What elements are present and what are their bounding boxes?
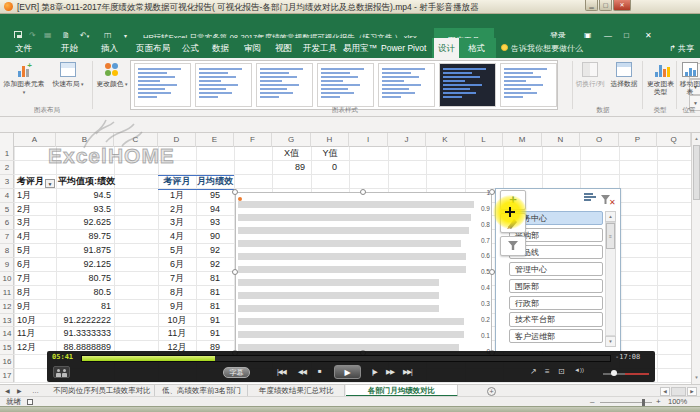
player-close-button[interactable]: ✕ bbox=[613, 0, 631, 11]
ref-cell-value[interactable]: 95 bbox=[196, 189, 234, 203]
column-header-Q[interactable]: Q bbox=[657, 133, 691, 147]
chart-selection-handle[interactable] bbox=[232, 269, 238, 275]
pivot-cell-value[interactable]: 89.75 bbox=[56, 230, 114, 244]
ribbon-tab-易用宝™[interactable]: 易用宝™ bbox=[339, 38, 381, 58]
ref-cell-value[interactable]: 92 bbox=[196, 258, 234, 272]
ref-header-month[interactable]: 考评月 bbox=[158, 175, 196, 189]
cell-y-label[interactable]: Y值 bbox=[311, 147, 349, 161]
seek-bar[interactable] bbox=[81, 355, 611, 362]
column-header-I[interactable]: I bbox=[349, 133, 388, 147]
hscroll-right-icon[interactable]: ▶ bbox=[687, 387, 697, 396]
frame-step-button[interactable]: |▶ bbox=[372, 368, 377, 376]
pivot-cell-month[interactable]: 8月 bbox=[14, 286, 56, 300]
ribbon-tab-公式[interactable]: 公式 bbox=[178, 38, 203, 58]
column-header-K[interactable]: K bbox=[426, 133, 465, 147]
pivot-cell-month[interactable]: 10月 bbox=[14, 314, 56, 328]
row-header-5[interactable]: 5 bbox=[0, 203, 14, 217]
ref-cell-value[interactable]: 94 bbox=[196, 203, 234, 217]
pivot-cell-month[interactable]: 4月 bbox=[14, 230, 56, 244]
slicer-scroll-up-icon[interactable]: ▲ bbox=[605, 211, 616, 222]
hscroll-left-icon[interactable]: ◀ bbox=[660, 387, 670, 396]
pivot-cell-month[interactable]: 6月 bbox=[14, 258, 56, 272]
ref-cell-month[interactable]: 4月 bbox=[158, 230, 196, 244]
ribbon-tab-设计[interactable]: 设计 bbox=[434, 38, 459, 58]
tell-me-box[interactable]: 告诉我你想要做什么 bbox=[511, 43, 583, 54]
ref-cell-month[interactable]: 8月 bbox=[158, 286, 196, 300]
collapse-ribbon-icon[interactable]: ⌃ bbox=[686, 107, 692, 115]
ribbon-tab-开发工具[interactable]: 开发工具 bbox=[299, 38, 341, 58]
ref-cell-month[interactable]: 11月 bbox=[158, 327, 196, 341]
row-header-4[interactable]: 4 bbox=[0, 189, 14, 203]
select-all-corner[interactable] bbox=[0, 133, 14, 147]
pivot-cell-value[interactable]: 91.3333333 bbox=[56, 327, 114, 341]
chart-style-thumbnail-1[interactable] bbox=[134, 63, 191, 107]
volume-knob[interactable] bbox=[611, 370, 617, 376]
screenshot-icon[interactable]: ⊡ bbox=[558, 367, 565, 376]
pivot-cell-value[interactable]: 92.625 bbox=[56, 216, 114, 230]
community-button[interactable] bbox=[53, 366, 70, 378]
vertical-scrollbar[interactable]: ▲ ▼ bbox=[691, 133, 700, 384]
chart-style-thumbnail-4[interactable] bbox=[317, 63, 374, 107]
pivot-cell-month[interactable]: 3月 bbox=[14, 216, 56, 230]
row-header-10[interactable]: 10 bbox=[0, 272, 14, 286]
zoom-knob[interactable] bbox=[642, 399, 645, 406]
ribbon-tab-格式[interactable]: 格式 bbox=[464, 38, 489, 58]
ref-cell-value[interactable]: 90 bbox=[196, 230, 234, 244]
pivot-cell-value[interactable]: 94.5 bbox=[56, 189, 114, 203]
slicer-clear-filter-icon[interactable]: ✕ bbox=[600, 192, 616, 204]
row-header-16[interactable]: 16 bbox=[0, 355, 14, 369]
player-restore-button[interactable]: ▢ bbox=[599, 0, 612, 11]
chart-style-thumbnail-5[interactable] bbox=[378, 63, 435, 107]
slicer-item-国际部[interactable]: 国际部 bbox=[509, 279, 603, 293]
move-chart-button[interactable]: 移动图表 bbox=[678, 60, 700, 96]
row-header-8[interactable]: 8 bbox=[0, 244, 14, 258]
column-header-P[interactable]: P bbox=[619, 133, 657, 147]
row-header-14[interactable]: 14 bbox=[0, 327, 14, 341]
ref-cell-value[interactable]: 92 bbox=[196, 244, 234, 258]
cell-y-value[interactable]: 0 bbox=[311, 161, 349, 175]
pivot-cell-month[interactable]: 5月 bbox=[14, 244, 56, 258]
vscroll-thumb[interactable] bbox=[693, 145, 700, 200]
row-header-6[interactable]: 6 bbox=[0, 216, 14, 230]
column-header-H[interactable]: H bbox=[311, 133, 349, 147]
row-header-13[interactable]: 13 bbox=[0, 314, 14, 328]
ref-cell-value[interactable]: 81 bbox=[196, 286, 234, 300]
ref-cell-month[interactable]: 1月 bbox=[158, 189, 196, 203]
pivot-filter-dropdown-icon[interactable]: ▼ bbox=[45, 179, 55, 188]
slicer-multiselect-icon[interactable] bbox=[584, 193, 597, 204]
rewind-button[interactable]: ◀◀ bbox=[298, 368, 306, 376]
slicer-item-行政部[interactable]: 行政部 bbox=[509, 296, 603, 310]
chart-style-gallery[interactable]: ▲ ▼ ▼ bbox=[130, 60, 558, 110]
chart-style-thumbnail-3[interactable] bbox=[256, 63, 313, 107]
ref-cell-month[interactable]: 9月 bbox=[158, 300, 196, 314]
ref-cell-month[interactable]: 2月 bbox=[158, 203, 196, 217]
open-file-icon[interactable]: ↗ bbox=[530, 367, 537, 376]
macro-record-icon[interactable] bbox=[27, 399, 33, 405]
pivot-cell-value[interactable]: 91.875 bbox=[56, 244, 114, 258]
ref-cell-month[interactable]: 6月 bbox=[158, 258, 196, 272]
pivot-cell-month[interactable]: 9月 bbox=[14, 300, 56, 314]
ref-cell-month[interactable]: 5月 bbox=[158, 244, 196, 258]
row-header-2[interactable]: 2 bbox=[0, 161, 14, 175]
row-header-12[interactable]: 12 bbox=[0, 300, 14, 314]
chart-style-thumbnail-7[interactable] bbox=[500, 63, 557, 107]
pivot-cell-month[interactable]: 11月 bbox=[14, 327, 56, 341]
slicer-item-客户运维部[interactable]: 客户运维部 bbox=[509, 329, 603, 343]
new-sheet-button[interactable]: + bbox=[487, 387, 496, 396]
slicer-scroll-thumb[interactable]: ≡ bbox=[606, 223, 615, 249]
ribbon-tab-视图[interactable]: 视图 bbox=[271, 38, 296, 58]
vscroll-up-icon[interactable]: ▲ bbox=[692, 134, 700, 144]
ref-cell-value[interactable]: 81 bbox=[196, 300, 234, 314]
playlist-icon[interactable]: ≡ bbox=[545, 367, 550, 376]
vscroll-down-icon[interactable]: ▼ bbox=[692, 373, 700, 383]
ref-cell-value[interactable]: 81 bbox=[196, 272, 234, 286]
pivot-cell-value[interactable]: 80.75 bbox=[56, 272, 114, 286]
chart-selection-handle[interactable] bbox=[360, 189, 366, 195]
column-header-E[interactable]: E bbox=[196, 133, 234, 147]
pivot-cell-value[interactable]: 91.2222222 bbox=[56, 314, 114, 328]
ribbon-tab-文件[interactable]: 文件 bbox=[11, 38, 36, 58]
chart-style-thumbnail-2[interactable] bbox=[195, 63, 252, 107]
pivot-cell-month[interactable]: 1月 bbox=[14, 189, 56, 203]
ref-cell-value[interactable]: 91 bbox=[196, 314, 234, 328]
column-header-J[interactable]: J bbox=[388, 133, 426, 147]
